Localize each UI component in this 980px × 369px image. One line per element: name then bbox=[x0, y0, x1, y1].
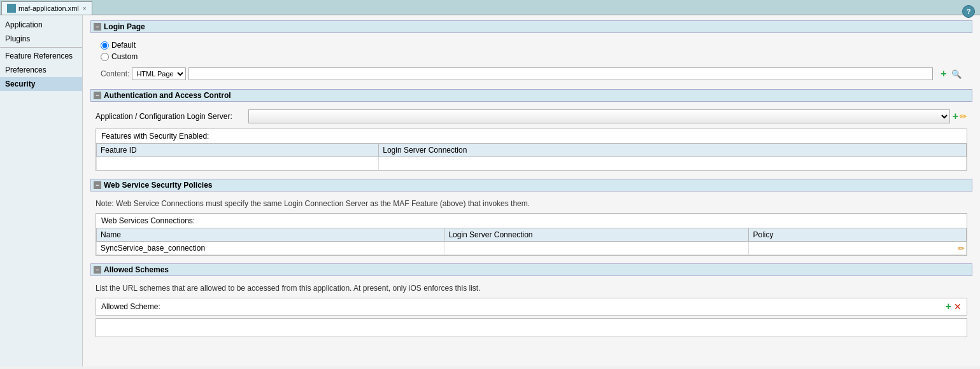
tab-bar: maf-application.xml × bbox=[0, 0, 980, 15]
sidebar-item-feature-references[interactable]: Feature References bbox=[0, 49, 82, 63]
sidebar-item-preferences[interactable]: Preferences bbox=[0, 63, 82, 77]
allowed-schemes-title: Allowed Schemes bbox=[104, 265, 169, 274]
login-page-header: − Login Page bbox=[90, 20, 972, 33]
tab-label: maf-application.xml bbox=[18, 4, 79, 12]
login-server-add-button[interactable]: + bbox=[953, 111, 958, 122]
login-server-edit-button[interactable]: ✏ bbox=[960, 111, 967, 122]
web-service-title: Web Service Security Policies bbox=[104, 181, 213, 190]
allowed-schemes-header: − Allowed Schemes bbox=[90, 263, 972, 276]
login-page-radio-group: Default Custom bbox=[90, 38, 972, 66]
allowed-schemes-note: List the URL schemes that are allowed to… bbox=[90, 281, 972, 295]
content-add-button[interactable]: + bbox=[938, 68, 949, 80]
content-area: − Login Page Default Custom Content: HTM… bbox=[83, 15, 980, 366]
allowed-scheme-remove-button[interactable]: ✕ bbox=[954, 302, 962, 312]
feature-id-header: Feature ID bbox=[97, 144, 379, 157]
web-service-header: − Web Service Security Policies bbox=[90, 179, 972, 191]
custom-radio-label: Custom bbox=[111, 52, 138, 61]
ws-login-header: Login Server Connection bbox=[444, 228, 749, 242]
config-login-label: Application / Configuration Login Server… bbox=[96, 112, 248, 121]
allowed-schemes-section: − Allowed Schemes List the URL schemes t… bbox=[90, 263, 972, 337]
config-login-row: Application / Configuration Login Server… bbox=[90, 107, 972, 126]
web-service-note: Note: Web Service Connections must speci… bbox=[90, 197, 972, 211]
allowed-scheme-label: Allowed Scheme: bbox=[101, 302, 943, 311]
allowed-scheme-row: Allowed Scheme: + ✕ bbox=[96, 298, 967, 316]
login-page-collapse-button[interactable]: − bbox=[94, 23, 101, 31]
allowed-scheme-table bbox=[96, 318, 967, 337]
ws-login-cell bbox=[444, 242, 749, 255]
ws-name-cell: SyncService_base_connection bbox=[97, 242, 444, 255]
features-table-container: Features with Security Enabled: Feature … bbox=[96, 129, 967, 171]
html-page-dropdown[interactable]: HTML Page bbox=[132, 67, 186, 80]
sidebar-item-security[interactable]: Security bbox=[0, 77, 82, 91]
web-services-table-container: Web Services Connections: Name Login Ser… bbox=[96, 213, 967, 256]
allowed-scheme-add-button[interactable]: + bbox=[946, 301, 951, 312]
web-service-section: − Web Service Security Policies Note: We… bbox=[90, 179, 972, 256]
features-table-label: Features with Security Enabled: bbox=[96, 129, 967, 143]
default-radio-item: Default bbox=[101, 41, 962, 50]
tab-file-icon bbox=[7, 4, 16, 13]
sidebar-item-plugins[interactable]: Plugins bbox=[0, 32, 82, 46]
web-services-table: Name Login Server Connection Policy Sync… bbox=[96, 228, 967, 255]
auth-collapse-button[interactable]: − bbox=[94, 92, 101, 99]
sidebar-item-application[interactable]: Application bbox=[0, 18, 82, 32]
default-radio-label: Default bbox=[111, 41, 136, 50]
login-page-title: Login Page bbox=[104, 22, 145, 31]
ws-row-edit-button[interactable]: ✏ bbox=[958, 244, 965, 253]
content-row: Content: HTML Page + 🔍 bbox=[90, 66, 972, 81]
sidebar: Application Plugins Feature References P… bbox=[0, 15, 83, 366]
allowed-schemes-collapse-button[interactable]: − bbox=[94, 266, 101, 274]
ws-policy-header: Policy bbox=[749, 228, 967, 242]
main-tab[interactable]: maf-application.xml × bbox=[1, 1, 92, 15]
ws-row: SyncService_base_connection ✏ bbox=[97, 242, 967, 255]
content-label: Content: bbox=[101, 69, 129, 78]
content-search-button[interactable]: 🔍 bbox=[951, 68, 962, 80]
help-button[interactable]: ? bbox=[962, 5, 975, 18]
custom-radio[interactable] bbox=[101, 53, 109, 61]
tab-close-button[interactable]: × bbox=[83, 5, 87, 12]
features-empty-row bbox=[97, 157, 967, 171]
default-radio[interactable] bbox=[101, 41, 109, 50]
auth-section-header: − Authentication and Access Control bbox=[90, 89, 972, 102]
auth-section-title: Authentication and Access Control bbox=[104, 91, 231, 100]
login-server-dropdown[interactable] bbox=[248, 109, 950, 123]
web-service-collapse-button[interactable]: − bbox=[94, 181, 101, 189]
ws-policy-cell: ✏ bbox=[749, 242, 967, 255]
main-layout: Application Plugins Feature References P… bbox=[0, 15, 980, 366]
login-server-connection-header: Login Server Connection bbox=[379, 144, 967, 157]
auth-section: − Authentication and Access Control Appl… bbox=[90, 89, 972, 171]
ws-name-header: Name bbox=[97, 228, 444, 242]
features-table: Feature ID Login Server Connection bbox=[96, 143, 967, 171]
sidebar-divider bbox=[0, 47, 82, 48]
content-path-input[interactable] bbox=[188, 67, 933, 80]
custom-radio-item: Custom bbox=[101, 52, 962, 61]
login-page-section: − Login Page Default Custom Content: HTM… bbox=[90, 20, 972, 81]
web-services-label: Web Services Connections: bbox=[96, 214, 967, 228]
